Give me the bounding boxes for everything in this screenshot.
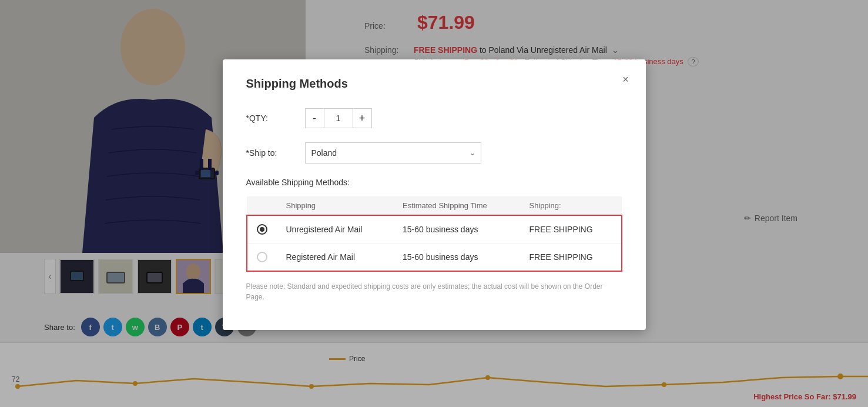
ship-to-select[interactable]: Poland Germany France United States (305, 142, 481, 164)
shipping-methods-modal: Shipping Methods × *QTY: - + *Ship to: P… (223, 59, 646, 330)
ship-to-label: *Ship to: (246, 148, 305, 158)
modal-title: Shipping Methods (246, 77, 622, 91)
radio-cell-1[interactable] (247, 215, 277, 243)
qty-plus-button[interactable]: + (353, 109, 371, 128)
method-cost-1: FREE SHIPPING (520, 215, 621, 243)
shipping-methods-tbody: Unregistered Air Mail 15-60 business day… (247, 215, 622, 271)
qty-minus-button[interactable]: - (306, 109, 324, 128)
radio-cell-2[interactable] (247, 243, 277, 272)
qty-input[interactable] (324, 109, 353, 128)
page-background: ‹ Share to: f (0, 0, 868, 407)
radio-button-selected[interactable] (257, 224, 267, 235)
qty-row: *QTY: - + (246, 108, 622, 128)
qty-control: - + (305, 108, 372, 128)
radio-button-unselected[interactable] (257, 252, 267, 262)
modal-overlay: Shipping Methods × *QTY: - + *Ship to: P… (0, 0, 868, 407)
table-row: Registered Air Mail 15-60 business days … (247, 243, 622, 272)
shipping-methods-table: Shipping Estimated Shipping Time Shippin… (246, 196, 622, 272)
method-name-1: Unregistered Air Mail (277, 215, 394, 243)
col-time-header: Estimated Shipping Time (393, 196, 520, 215)
col-cost-header: Shipping: (520, 196, 621, 215)
method-time-1: 15-60 business days (393, 215, 520, 243)
table-header-row: Shipping Estimated Shipping Time Shippin… (247, 196, 622, 215)
method-time-2: 15-60 business days (393, 243, 520, 272)
table-row: Unregistered Air Mail 15-60 business day… (247, 215, 622, 243)
col-radio-header (247, 196, 277, 215)
col-shipping-header: Shipping (277, 196, 394, 215)
method-name-2: Registered Air Mail (277, 243, 394, 272)
qty-label: *QTY: (246, 114, 305, 123)
shipping-note: Please note: Standard and expedited ship… (246, 281, 622, 302)
ship-to-select-wrapper: Poland Germany France United States ⌄ (305, 142, 481, 164)
available-methods-label: Available Shipping Methods: (246, 178, 622, 187)
modal-close-button[interactable]: × (618, 71, 634, 88)
ship-to-row: *Ship to: Poland Germany France United S… (246, 142, 622, 164)
method-cost-2: FREE SHIPPING (520, 243, 621, 272)
